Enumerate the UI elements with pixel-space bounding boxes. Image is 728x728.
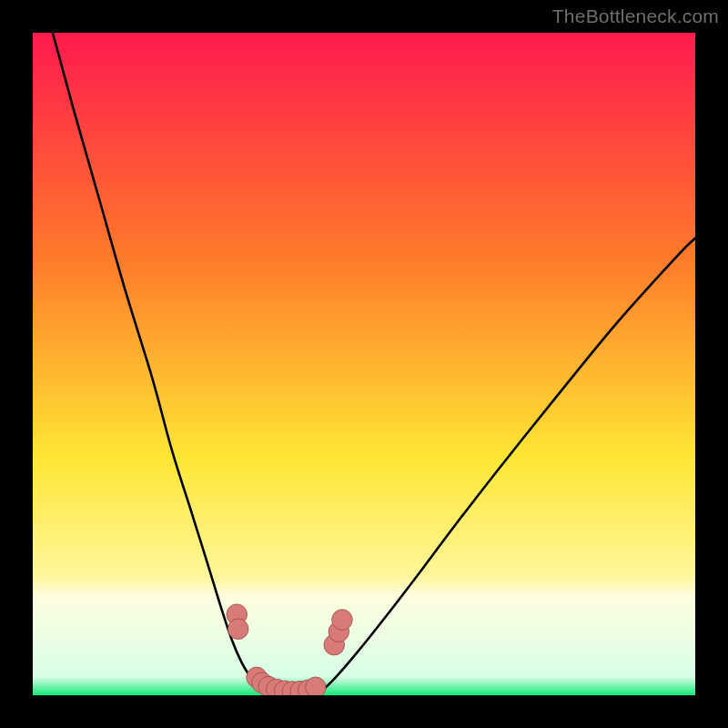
- watermark-text: TheBottleneck.com: [552, 5, 719, 27]
- outer-frame: TheBottleneck.com: [0, 0, 728, 728]
- plot-area: [33, 33, 695, 695]
- bottleneck-curve: [33, 33, 695, 695]
- data-marker: [306, 677, 327, 695]
- data-marker: [228, 619, 248, 640]
- v-curve-path: [53, 33, 695, 695]
- data-marker: [332, 610, 353, 631]
